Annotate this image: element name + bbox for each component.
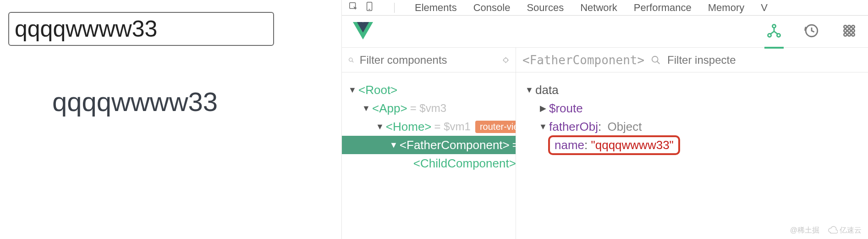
svg-point-18 bbox=[504, 58, 508, 62]
inspect-element-icon[interactable] bbox=[348, 1, 358, 14]
target-icon[interactable] bbox=[502, 54, 509, 66]
inspector-body: ▼ data ▶ $route ▼ fatherObj: Object name… bbox=[516, 72, 868, 239]
svg-point-10 bbox=[844, 29, 846, 32]
watermark-text: 亿速云 bbox=[840, 226, 862, 235]
tab-sources[interactable]: Sources bbox=[527, 2, 564, 14]
svg-line-24 bbox=[657, 61, 660, 64]
timeline-icon[interactable] bbox=[804, 23, 819, 40]
data-label: data bbox=[535, 83, 559, 97]
tree-tag: <FatherComponent> bbox=[400, 138, 510, 152]
cloud-icon bbox=[828, 225, 838, 235]
data-name-row[interactable]: name: "qqqqwwww33" bbox=[521, 136, 863, 154]
tree-meta: = $ bbox=[512, 139, 516, 151]
data-key: $route bbox=[549, 101, 583, 116]
chevron-down-icon: ▼ bbox=[348, 85, 357, 95]
tree-tag: <Home> bbox=[386, 120, 432, 134]
tree-tag: <Root> bbox=[358, 83, 397, 97]
app-preview-panel: qqqqwwww33 bbox=[0, 0, 341, 239]
svg-point-9 bbox=[852, 25, 854, 28]
search-icon bbox=[348, 55, 354, 65]
settings-dots-icon[interactable] bbox=[841, 23, 857, 40]
tree-node-father-selected[interactable]: ▼ <FatherComponent> = $ bbox=[342, 136, 516, 154]
svg-point-8 bbox=[848, 25, 851, 28]
tab-network[interactable]: Network bbox=[580, 2, 617, 14]
data-key: fatherObj bbox=[549, 120, 598, 134]
output-text: qqqqwwww33 bbox=[52, 86, 333, 117]
chevron-down-icon: ▼ bbox=[390, 140, 398, 150]
chevron-down-icon: ▼ bbox=[376, 122, 384, 132]
tab-vue-cut[interactable]: V bbox=[761, 2, 767, 14]
components-view-icon[interactable] bbox=[766, 23, 782, 40]
tab-memory[interactable]: Memory bbox=[708, 2, 744, 14]
chevron-down-icon: ▼ bbox=[539, 122, 547, 132]
vue-logo-icon bbox=[353, 21, 373, 43]
search-icon bbox=[651, 55, 661, 65]
svg-point-12 bbox=[852, 29, 854, 32]
svg-line-17 bbox=[352, 61, 353, 62]
inspector-header: <FatherComponent> bbox=[516, 48, 868, 72]
data-fatherobj[interactable]: ▼ fatherObj: Object bbox=[521, 117, 863, 136]
data-section-header[interactable]: ▼ data bbox=[521, 81, 863, 99]
devtools-tabs: Elements Console Sources Network Perform… bbox=[342, 0, 868, 16]
devtools-panel: Elements Console Sources Network Perform… bbox=[341, 0, 868, 239]
inspector-column: <FatherComponent> ▼ data ▶ $route ▼ fath… bbox=[516, 48, 868, 239]
vue-devtools-header bbox=[342, 16, 868, 48]
filter-components-row bbox=[342, 48, 516, 72]
tab-console[interactable]: Console bbox=[473, 2, 511, 14]
component-tree-column: ▼ <Root> ▼ <App> = $vm3 ▼ <Home> = $vm1 … bbox=[342, 48, 516, 239]
tree-meta: = $vm3 bbox=[410, 102, 446, 115]
tree-meta: = $vm1 bbox=[434, 120, 471, 133]
component-tree: ▼ <Root> ▼ <App> = $vm3 ▼ <Home> = $vm1 … bbox=[342, 72, 516, 239]
svg-point-16 bbox=[349, 58, 352, 61]
selected-component-name: <FatherComponent> bbox=[522, 53, 644, 67]
tree-node-home[interactable]: ▼ <Home> = $vm1 router-vie bbox=[342, 117, 516, 136]
data-route[interactable]: ▶ $route bbox=[521, 99, 863, 117]
filter-components-input[interactable] bbox=[360, 54, 497, 67]
tree-node-app[interactable]: ▼ <App> = $vm3 bbox=[342, 99, 516, 117]
tab-elements[interactable]: Elements bbox=[415, 2, 457, 14]
device-toolbar-icon[interactable] bbox=[365, 1, 375, 14]
chevron-down-icon: ▼ bbox=[362, 104, 370, 113]
svg-point-14 bbox=[848, 33, 851, 36]
highlighted-value-box: name: "qqqqwwww33" bbox=[548, 135, 680, 155]
tab-performance[interactable]: Performance bbox=[634, 2, 692, 14]
data-key: name bbox=[555, 138, 584, 152]
svg-point-13 bbox=[844, 33, 846, 36]
svg-point-3 bbox=[772, 24, 775, 28]
tree-node-child[interactable]: ▼ <ChildComponent> = bbox=[342, 154, 516, 172]
tree-tag: <App> bbox=[372, 101, 407, 116]
svg-point-7 bbox=[844, 25, 846, 28]
chevron-right-icon: ▶ bbox=[539, 103, 547, 113]
tree-node-root[interactable]: ▼ <Root> bbox=[342, 81, 516, 99]
filter-inspected-input[interactable] bbox=[667, 54, 862, 67]
watermark: @稀土掘 亿速云 bbox=[790, 225, 862, 235]
data-string-value: "qqqqwwww33" bbox=[591, 138, 674, 152]
vue-devtools-body: ▼ <Root> ▼ <App> = $vm3 ▼ <Home> = $vm1 … bbox=[342, 48, 868, 239]
svg-point-23 bbox=[652, 56, 658, 62]
router-view-badge: router-vie bbox=[475, 121, 516, 133]
watermark-text: @稀土掘 bbox=[790, 226, 819, 235]
tree-tag: <ChildComponent> bbox=[413, 156, 516, 171]
chevron-down-icon: ▼ bbox=[525, 85, 533, 95]
data-type: Object bbox=[607, 120, 642, 134]
tab-divider bbox=[394, 3, 395, 13]
text-input[interactable] bbox=[8, 12, 274, 46]
svg-point-11 bbox=[848, 29, 851, 32]
svg-point-15 bbox=[852, 33, 854, 36]
